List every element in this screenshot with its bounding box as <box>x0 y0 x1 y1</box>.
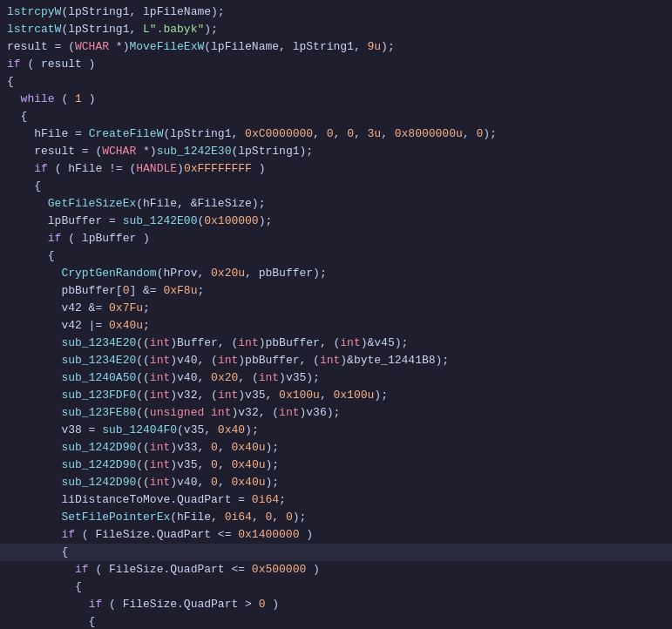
code-line: sub_1234E20((int)v40, (int)pbBuffer, (in… <box>0 352 672 369</box>
code-line: if ( FileSize.QuadPart <= 0x1400000 ) <box>0 526 672 544</box>
code-line: sub_123FE80((unsigned int)v32, (int)v36)… <box>0 404 672 422</box>
code-line: if ( lpBuffer ) <box>0 230 672 247</box>
code-line: while ( 1 ) <box>0 91 672 108</box>
code-line: SetFilePointerEx(hFile, 0i64, 0, 0); <box>0 509 672 526</box>
code-line: if ( FileSize.QuadPart > 0 ) <box>0 596 672 613</box>
code-line: sub_1242D90((int)v33, 0, 0x40u); <box>0 439 672 457</box>
code-line: lstrcatW(lpString1, L".babyk"); <box>0 21 672 38</box>
code-line: { <box>0 178 672 195</box>
code-line: { <box>0 247 672 265</box>
code-line: { <box>0 578 672 596</box>
code-line: if ( hFile != (HANDLE)0xFFFFFFFF ) <box>0 160 672 178</box>
code-line: result = (WCHAR *)sub_1242E30(lpString1)… <box>0 143 672 160</box>
code-line: { <box>0 108 672 125</box>
code-line: sub_1240A50((int)v40, 0x20, (int)v35); <box>0 369 672 387</box>
code-container: lstrcpyW(lpString1, lpFileName); lstrcat… <box>0 0 672 629</box>
code-line: if ( FileSize.QuadPart <= 0x500000 ) <box>0 561 672 578</box>
code-line: { <box>0 73 672 91</box>
code-line: hFile = CreateFileW(lpString1, 0xC000000… <box>0 125 672 143</box>
code-line: GetFileSizeEx(hFile, &FileSize); <box>0 195 672 213</box>
code-line: lpBuffer = sub_1242E00(0x100000); <box>0 213 672 230</box>
code-line-highlighted: { <box>0 544 672 561</box>
code-line: v42 &= 0x7Fu; <box>0 300 672 317</box>
code-line: pbBuffer[0] &= 0xF8u; <box>0 282 672 300</box>
code-line: sub_123FDF0((int)v32, (int)v35, 0x100u, … <box>0 387 672 404</box>
code-line: { <box>0 613 672 629</box>
code-line: CryptGenRandom(hProv, 0x20u, pbBuffer); <box>0 265 672 282</box>
code-line: sub_1234E20((int)Buffer, (int)pbBuffer, … <box>0 335 672 352</box>
code-line: v42 |= 0x40u; <box>0 317 672 335</box>
code-line: lstrcpyW(lpString1, lpFileName); <box>0 3 672 21</box>
code-line: v38 = sub_12404F0(v35, 0x40); <box>0 422 672 439</box>
code-line: liDistanceToMove.QuadPart = 0i64; <box>0 491 672 509</box>
code-line: sub_1242D90((int)v40, 0, 0x40u); <box>0 474 672 491</box>
code-line: result = (WCHAR *)MoveFileExW(lpFileName… <box>0 38 672 56</box>
code-line: sub_1242D90((int)v35, 0, 0x40u); <box>0 457 672 474</box>
code-line: if ( result ) <box>0 56 672 73</box>
